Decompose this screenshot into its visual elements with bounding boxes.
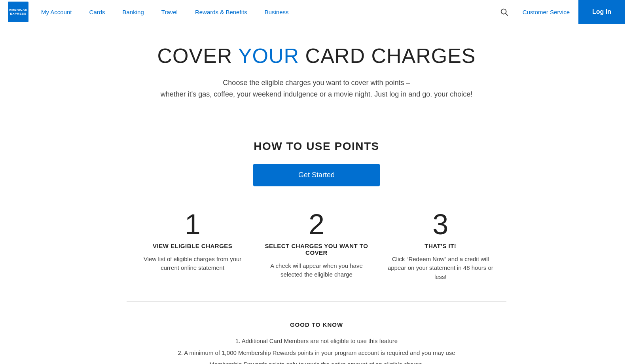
get-started-button[interactable]: Get Started — [253, 164, 380, 186]
step-1-title: VIEW ELIGIBLE CHARGES — [135, 243, 250, 249]
good-to-know-item-2: 2. A minimum of 1,000 Membership Rewards… — [127, 348, 506, 358]
logo-text: AMERICANEXPRESS — [9, 8, 27, 15]
step-3: 3 THAT'S IT! Click “Redeem Now” and a cr… — [383, 210, 498, 282]
hero-title-part1: COVER — [157, 44, 238, 67]
divider-1 — [127, 120, 506, 120]
step-1-number: 1 — [135, 210, 250, 239]
good-to-know-list: 1. Additional Card Members are not eligi… — [127, 336, 506, 364]
hero-title-highlight: YOUR — [238, 44, 299, 67]
good-to-know-item-2b: Membership Rewards points only towards t… — [127, 359, 506, 364]
how-to-section: HOW TO USE POINTS Get Started — [127, 128, 506, 210]
hero-title: COVER YOUR CARD CHARGES — [127, 44, 506, 68]
customer-service-link[interactable]: Customer Service — [514, 0, 578, 24]
step-2-number: 2 — [258, 210, 374, 239]
steps-grid: 1 VIEW ELIGIBLE CHARGES View list of eli… — [127, 210, 506, 294]
step-1-desc: View list of eligible charges from your … — [135, 255, 250, 273]
nav-right: Customer Service Log In — [494, 0, 625, 24]
good-to-know-title: GOOD TO KNOW — [127, 321, 506, 328]
amex-logo[interactable]: AMERICANEXPRESS — [8, 2, 28, 22]
hero-subtitle: Choose the eligible charges you want to … — [158, 77, 475, 100]
nav-links: My Account Cards Banking Travel Rewards … — [32, 0, 494, 24]
step-1: 1 VIEW ELIGIBLE CHARGES View list of eli… — [135, 210, 250, 282]
hero-subtitle-line1: Choose the eligible charges you want to … — [223, 79, 410, 87]
step-2-title: SELECT CHARGES YOU WANT TO COVER — [258, 243, 374, 256]
how-to-title: HOW TO USE POINTS — [127, 140, 506, 153]
hero-subtitle-line2: whether it's gas, coffee, your weekend i… — [161, 90, 473, 98]
hero-section: COVER YOUR CARD CHARGES Choose the eligi… — [127, 32, 506, 112]
nav-rewards-benefits[interactable]: Rewards & Benefits — [186, 0, 256, 24]
nav-my-account[interactable]: My Account — [32, 0, 81, 24]
step-2-desc: A check will appear when you have select… — [258, 262, 374, 279]
step-3-title: THAT'S IT! — [383, 243, 498, 249]
nav-cards[interactable]: Cards — [81, 0, 114, 24]
good-to-know-section: GOOD TO KNOW 1. Additional Card Members … — [127, 309, 506, 364]
divider-2 — [127, 301, 506, 301]
nav-business[interactable]: Business — [256, 0, 298, 24]
nav-travel[interactable]: Travel — [153, 0, 186, 24]
svg-line-1 — [506, 14, 508, 16]
search-button[interactable] — [494, 0, 514, 24]
search-icon — [500, 8, 508, 16]
step-3-number: 3 — [383, 210, 498, 239]
nav-banking[interactable]: Banking — [114, 0, 153, 24]
hero-title-part2: CARD CHARGES — [299, 44, 476, 67]
step-3-desc: Click “Redeem Now” and a credit will app… — [383, 255, 498, 282]
navigation: AMERICANEXPRESS My Account Cards Banking… — [0, 0, 633, 24]
main-content: COVER YOUR CARD CHARGES Choose the eligi… — [119, 24, 514, 364]
login-button[interactable]: Log In — [578, 0, 625, 24]
svg-point-0 — [501, 9, 506, 14]
step-2: 2 SELECT CHARGES YOU WANT TO COVER A che… — [258, 210, 374, 282]
good-to-know-item-1: 1. Additional Card Members are not eligi… — [127, 336, 506, 346]
